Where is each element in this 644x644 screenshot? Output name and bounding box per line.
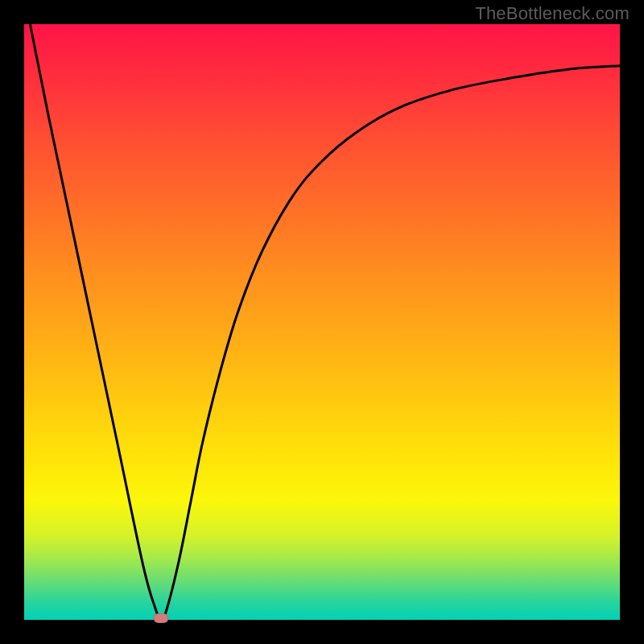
- curve-svg: [24, 24, 620, 620]
- plot-area: [24, 24, 620, 620]
- optimum-marker: [154, 613, 168, 623]
- watermark-text: TheBottleneck.com: [475, 3, 630, 24]
- bottleneck-curve-path: [30, 24, 620, 620]
- chart-frame: TheBottleneck.com: [0, 0, 644, 644]
